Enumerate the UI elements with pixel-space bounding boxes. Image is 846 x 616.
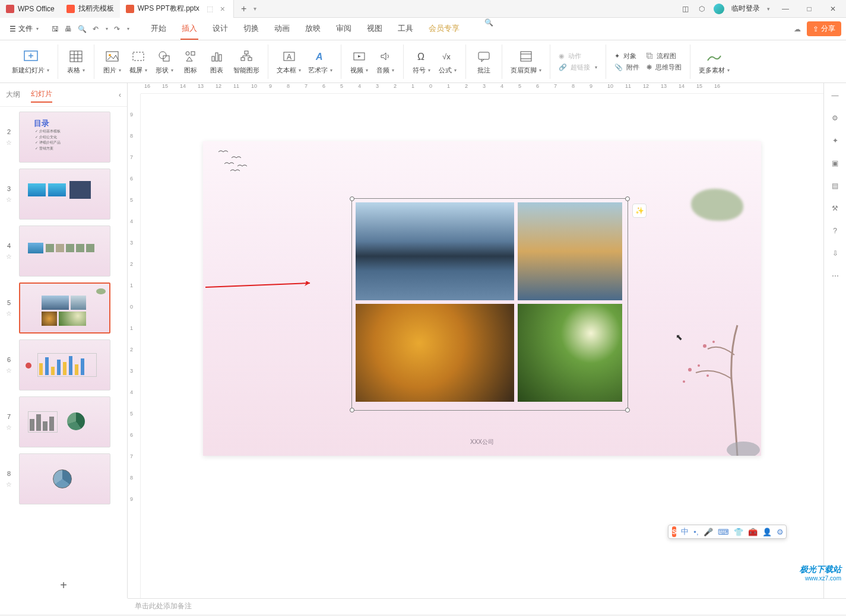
- tab-add-button[interactable]: +: [234, 4, 254, 14]
- thumb-item[interactable]: 5☆: [2, 282, 125, 334]
- ime-punct-icon[interactable]: •,: [693, 528, 698, 536]
- flowchart-button[interactable]: ⿻ 流程图: [647, 52, 682, 61]
- maximize-button[interactable]: □: [801, 2, 818, 16]
- ime-user-icon[interactable]: 👤: [762, 528, 772, 536]
- tab-templates[interactable]: 找稻壳模板: [61, 0, 120, 18]
- ime-skin-icon[interactable]: 👕: [734, 528, 743, 536]
- more-icon[interactable]: ⋯: [832, 272, 839, 280]
- picture-button[interactable]: 图片▾: [99, 47, 125, 76]
- layers-icon[interactable]: ▣: [832, 159, 838, 167]
- video-button[interactable]: 视频▾: [346, 47, 372, 76]
- tab-design[interactable]: 设计: [211, 18, 229, 40]
- object-button[interactable]: ✦ 对象: [614, 52, 639, 61]
- grid-image-mountain[interactable]: [356, 202, 514, 300]
- file-menu[interactable]: ☰ 文件 ▾: [5, 21, 43, 36]
- smartart-button[interactable]: 智能图形: [230, 47, 263, 76]
- add-slide-button[interactable]: +: [0, 573, 127, 598]
- ime-keyboard-icon[interactable]: ⌨: [718, 528, 729, 536]
- tab-member[interactable]: 会员专享: [427, 18, 461, 40]
- avatar[interactable]: [714, 4, 724, 14]
- thumb-item[interactable]: 7☆: [2, 396, 125, 447]
- table-button[interactable]: 表格▾: [63, 47, 89, 76]
- star-icon[interactable]: ☆: [6, 424, 12, 431]
- star-icon[interactable]: ☆: [6, 253, 12, 261]
- undo-icon[interactable]: ↶: [93, 25, 99, 33]
- slide-thumb-6[interactable]: [19, 339, 110, 390]
- slides-tab[interactable]: 幻灯片: [31, 87, 52, 103]
- mindmap-button[interactable]: ❋ 思维导图: [647, 63, 682, 72]
- slide-thumb-4[interactable]: [19, 226, 110, 277]
- more-materials-button[interactable]: 更多素材▾: [695, 47, 733, 76]
- tab-wps-office[interactable]: WPS Office: [0, 0, 61, 18]
- resize-handle[interactable]: [625, 196, 630, 201]
- star-icon[interactable]: ☆: [6, 139, 12, 147]
- tab-animation[interactable]: 动画: [273, 18, 291, 40]
- redo-icon[interactable]: ↷: [114, 25, 120, 33]
- resize-handle[interactable]: [625, 408, 630, 412]
- search-icon[interactable]: 🔍: [484, 18, 493, 40]
- cloud-icon[interactable]: ☁: [794, 25, 801, 33]
- login-dropdown-icon[interactable]: ▾: [767, 6, 770, 12]
- cube-icon[interactable]: ⬡: [697, 4, 706, 14]
- ime-voice-icon[interactable]: 🎤: [704, 528, 713, 536]
- new-slide-button[interactable]: 新建幻灯片▾: [8, 47, 53, 76]
- property-icon[interactable]: ⚙: [832, 114, 838, 122]
- panel-icon[interactable]: ◫: [680, 4, 690, 14]
- tab-slideshow[interactable]: 放映: [304, 18, 322, 40]
- slide-stage[interactable]: ✨ XXX公司 ⬉: [203, 141, 761, 456]
- star-icon[interactable]: ☆: [6, 196, 12, 204]
- login-label[interactable]: 临时登录: [731, 4, 760, 14]
- share-button[interactable]: ⇪ 分享: [807, 21, 841, 36]
- ime-toolbox-icon[interactable]: 🧰: [748, 528, 758, 536]
- headerfooter-button[interactable]: 页眉页脚▾: [507, 47, 545, 76]
- chevron-down-icon[interactable]: ▾: [127, 26, 129, 31]
- thumb-item[interactable]: 8☆: [2, 453, 125, 504]
- close-button[interactable]: ✕: [825, 2, 841, 16]
- thumb-item[interactable]: 4☆: [2, 226, 125, 277]
- audio-button[interactable]: 音频▾: [372, 47, 398, 76]
- tab-home[interactable]: 开始: [150, 18, 167, 40]
- tab-tools[interactable]: 工具: [397, 18, 414, 40]
- clipboard-icon[interactable]: ▤: [832, 182, 838, 190]
- tab-view[interactable]: 视图: [366, 18, 384, 40]
- comment-button[interactable]: 批注: [471, 47, 497, 76]
- star-icon[interactable]: ☆: [6, 481, 12, 488]
- symbol-button[interactable]: Ω 符号▾: [408, 47, 435, 76]
- star-icon[interactable]: ☆: [6, 367, 12, 374]
- magic-icon[interactable]: ⚒: [832, 204, 838, 212]
- slide-thumb-2[interactable]: 目录 ✓ 介绍基本模板 ✓ 介绍公文化 ✓ 详细介绍产品 ✓ 营销方案: [19, 112, 110, 163]
- sparkle-icon[interactable]: ✦: [832, 136, 838, 145]
- equation-button[interactable]: √x 公式▾: [435, 47, 461, 76]
- ime-lang[interactable]: 中: [681, 526, 689, 537]
- slide-thumb-7[interactable]: [19, 396, 110, 447]
- minimize-button[interactable]: —: [777, 2, 794, 16]
- ai-design-button[interactable]: ✨: [632, 204, 647, 218]
- tab-pin-icon[interactable]: ⬚: [207, 5, 213, 13]
- collapse-right-icon[interactable]: —: [832, 91, 839, 100]
- resize-handle[interactable]: [350, 196, 354, 201]
- tab-insert[interactable]: 插入: [180, 18, 198, 40]
- preview-icon[interactable]: 🔍: [78, 25, 87, 33]
- tab-transition[interactable]: 切换: [242, 18, 260, 40]
- collapse-icon[interactable]: ‹: [119, 91, 121, 99]
- icon-button[interactable]: 图标: [178, 47, 204, 76]
- thumbs-list[interactable]: 2☆ 目录 ✓ 介绍基本模板 ✓ 介绍公文化 ✓ 详细介绍产品 ✓ 营销方案 3…: [0, 107, 127, 573]
- resize-handle[interactable]: [350, 408, 354, 412]
- tab-add-dropdown[interactable]: ▾: [254, 5, 256, 12]
- help-icon[interactable]: ?: [833, 227, 837, 235]
- save-icon[interactable]: 🖫: [52, 25, 59, 33]
- textbox-button[interactable]: A 文本框▾: [273, 47, 305, 76]
- thumb-item[interactable]: 6☆: [2, 339, 125, 390]
- grid-image-leaf-yellow[interactable]: [356, 304, 514, 402]
- grid-image-lake[interactable]: [518, 202, 622, 300]
- tab-document[interactable]: WPS PPT教程.pptx ⬚ ×: [120, 0, 234, 18]
- outline-tab[interactable]: 大纲: [6, 87, 20, 102]
- wordart-button[interactable]: A 艺术字▾: [305, 47, 336, 76]
- download-icon[interactable]: ⇩: [832, 249, 838, 258]
- chart-button[interactable]: 图表: [204, 47, 230, 76]
- slide-thumb-3[interactable]: [19, 169, 110, 220]
- slide-thumb-5[interactable]: [19, 282, 110, 334]
- selection-box[interactable]: ✨: [351, 198, 628, 411]
- sogou-logo-icon[interactable]: S: [672, 526, 676, 537]
- thumb-item[interactable]: 3☆: [2, 169, 125, 220]
